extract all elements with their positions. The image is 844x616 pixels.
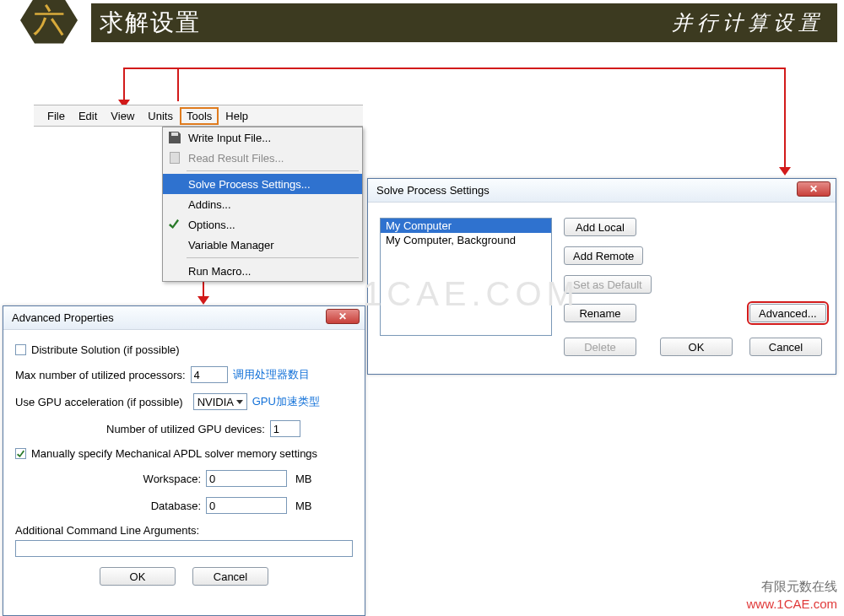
menu-separator bbox=[187, 170, 359, 171]
cli-input[interactable] bbox=[15, 540, 353, 557]
add-local-button[interactable]: Add Local bbox=[564, 218, 636, 236]
menu-bar: File Edit View Units Tools Help bbox=[34, 105, 363, 127]
menu-read-results[interactable]: Read Result Files... bbox=[163, 148, 362, 168]
memory-checkbox[interactable]: Manually specify Mechanical APDL solver … bbox=[15, 447, 317, 460]
menu-item-label: Run Macro... bbox=[188, 265, 251, 278]
gpu-label: Use GPU acceleration (if possible) bbox=[15, 396, 183, 408]
arrow-head-icon bbox=[779, 167, 791, 176]
menu-separator bbox=[187, 257, 359, 258]
menu-file[interactable]: File bbox=[41, 108, 72, 124]
database-input[interactable] bbox=[206, 497, 287, 514]
tools-dropdown: Write Input File... Read Result Files...… bbox=[162, 127, 363, 282]
max-proc-input[interactable] bbox=[191, 366, 228, 383]
close-icon: ✕ bbox=[338, 311, 347, 322]
menu-item-label: Read Result Files... bbox=[188, 152, 284, 165]
dialog-titlebar: Advanced Properties ✕ bbox=[3, 306, 365, 330]
dialog-title: Solve Process Settings bbox=[376, 184, 490, 197]
gpu-select-value: NVIDIA bbox=[197, 396, 234, 408]
menu-view[interactable]: View bbox=[104, 108, 141, 124]
menu-item-label: Options... bbox=[188, 219, 235, 231]
disk-icon bbox=[168, 131, 181, 144]
checkbox-label: Manually specify Mechanical APDL solver … bbox=[31, 447, 317, 460]
arrow-head-icon bbox=[197, 296, 209, 305]
delete-button[interactable]: Delete bbox=[564, 338, 636, 356]
menu-addins[interactable]: Addins... bbox=[163, 194, 362, 214]
menu-solve-process-settings[interactable]: Solve Process Settings... bbox=[163, 174, 362, 194]
close-icon: ✕ bbox=[809, 183, 818, 195]
max-proc-note: 调用处理器数目 bbox=[233, 367, 310, 382]
distribute-checkbox[interactable]: Distribute Solution (if possible) bbox=[15, 343, 180, 356]
workspace-label: Workspace: bbox=[140, 473, 201, 485]
dialog-titlebar: Solve Process Settings ✕ bbox=[368, 179, 836, 203]
gpu-note: GPU加速类型 bbox=[252, 394, 320, 409]
arrow-segment bbox=[123, 68, 125, 101]
ok-button[interactable]: OK bbox=[100, 567, 176, 586]
menu-item-label: Solve Process Settings... bbox=[188, 178, 311, 191]
chevron-down-icon bbox=[236, 400, 243, 404]
menu-edit[interactable]: Edit bbox=[72, 108, 104, 124]
menu-item-label: Addins... bbox=[188, 198, 231, 211]
arrow-segment bbox=[784, 68, 786, 169]
database-label: Database: bbox=[140, 500, 201, 512]
arrow-segment bbox=[123, 68, 786, 69]
menu-units[interactable]: Units bbox=[141, 108, 180, 124]
header-bar: 求解设置 并行计算设置 bbox=[91, 3, 837, 42]
hex-badge: 六 bbox=[17, 0, 84, 54]
gpu-select[interactable]: NVIDIA bbox=[193, 393, 247, 410]
add-remote-button[interactable]: Add Remote bbox=[564, 246, 643, 265]
cancel-button[interactable]: Cancel bbox=[749, 338, 822, 356]
header-subtitle: 并行计算设置 bbox=[672, 9, 824, 36]
checkbox-icon bbox=[15, 344, 26, 355]
arrow-segment bbox=[177, 68, 179, 101]
gpu-num-input[interactable] bbox=[270, 420, 300, 437]
document-icon bbox=[168, 151, 181, 165]
watermark-url: www.1CAE.com bbox=[746, 597, 837, 611]
menu-tools[interactable]: Tools bbox=[180, 107, 219, 125]
menu-item-label: Write Input File... bbox=[188, 132, 271, 144]
check-icon bbox=[168, 218, 181, 231]
checkbox-icon bbox=[15, 448, 26, 459]
cli-label: Additional Command Line Arguments: bbox=[15, 524, 353, 537]
close-button[interactable]: ✕ bbox=[797, 181, 830, 197]
menu-help[interactable]: Help bbox=[219, 108, 255, 124]
watermark-bottom: 有限元数在线 www.1CAE.com bbox=[746, 579, 837, 611]
menu-item-label: Variable Manager bbox=[188, 239, 274, 251]
unit-label: MB bbox=[295, 473, 312, 485]
advanced-properties-dialog: Advanced Properties ✕ Distribute Solutio… bbox=[3, 305, 365, 616]
menu-run-macro[interactable]: Run Macro... bbox=[163, 261, 362, 281]
gpu-num-label: Number of utilized GPU devices: bbox=[106, 423, 265, 435]
unit-label: MB bbox=[295, 500, 312, 512]
menu-write-input[interactable]: Write Input File... bbox=[163, 127, 362, 148]
list-item[interactable]: My Computer bbox=[381, 219, 551, 233]
menu-options[interactable]: Options... bbox=[163, 214, 362, 235]
close-button[interactable]: ✕ bbox=[326, 309, 360, 324]
hex-label: 六 bbox=[33, 0, 65, 42]
checkbox-label: Distribute Solution (if possible) bbox=[31, 343, 180, 356]
list-item[interactable]: My Computer, Background bbox=[381, 233, 551, 247]
header-title: 求解设置 bbox=[100, 7, 201, 39]
ok-button[interactable]: OK bbox=[660, 338, 733, 356]
dialog-title: Advanced Properties bbox=[12, 311, 114, 324]
watermark-center: 1CAE.COM bbox=[363, 275, 580, 313]
watermark-brand: 有限元数在线 bbox=[761, 579, 837, 595]
cancel-button[interactable]: Cancel bbox=[192, 567, 268, 586]
advanced-button[interactable]: Advanced... bbox=[749, 304, 826, 322]
workspace-input[interactable] bbox=[206, 470, 287, 487]
max-proc-label: Max number of utilized processors: bbox=[15, 369, 186, 381]
menu-variable-manager[interactable]: Variable Manager bbox=[163, 235, 362, 255]
